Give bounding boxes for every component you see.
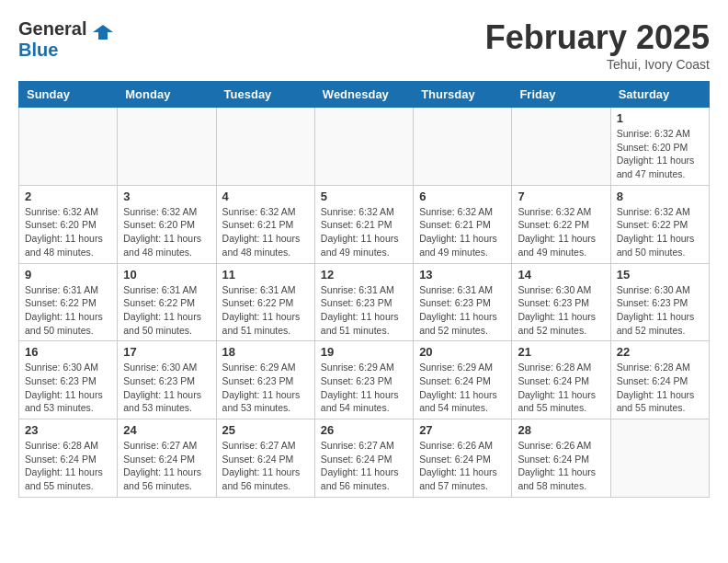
day-info: Sunrise: 6:31 AM Sunset: 6:22 PM Dayligh… (25, 283, 111, 338)
title-section: February 2025 Tehui, Ivory Coast (485, 18, 710, 72)
day-number: 13 (419, 268, 506, 282)
day-number: 5 (321, 190, 407, 203)
day-number: 27 (419, 423, 506, 437)
calendar-header-saturday: Saturday (610, 82, 709, 108)
day-number: 15 (617, 268, 703, 282)
day-number: 7 (518, 190, 604, 203)
calendar-cell: 9Sunrise: 6:31 AM Sunset: 6:22 PM Daylig… (19, 263, 118, 341)
day-number: 12 (321, 268, 407, 282)
logo-general: General (18, 18, 86, 39)
day-number: 17 (123, 345, 210, 359)
day-number: 23 (25, 423, 111, 437)
calendar-cell: 1Sunrise: 6:32 AM Sunset: 6:20 PM Daylig… (610, 108, 709, 186)
day-info: Sunrise: 6:27 AM Sunset: 6:24 PM Dayligh… (123, 439, 210, 493)
day-info: Sunrise: 6:31 AM Sunset: 6:22 PM Dayligh… (123, 283, 210, 338)
month-title: February 2025 (485, 18, 710, 57)
day-info: Sunrise: 6:30 AM Sunset: 6:23 PM Dayligh… (25, 361, 111, 415)
calendar-cell: 17Sunrise: 6:30 AM Sunset: 6:23 PM Dayli… (118, 341, 216, 419)
day-info: Sunrise: 6:32 AM Sunset: 6:21 PM Dayligh… (419, 205, 506, 259)
calendar-header-monday: Monday (118, 82, 216, 108)
calendar-cell: 21Sunrise: 6:28 AM Sunset: 6:24 PM Dayli… (512, 341, 610, 419)
day-info: Sunrise: 6:30 AM Sunset: 6:23 PM Dayligh… (518, 283, 604, 338)
calendar-week-row-2: 2Sunrise: 6:32 AM Sunset: 6:20 PM Daylig… (19, 185, 710, 263)
calendar-header-wednesday: Wednesday (314, 82, 413, 108)
day-number: 2 (25, 190, 111, 203)
calendar-cell: 18Sunrise: 6:29 AM Sunset: 6:23 PM Dayli… (216, 341, 314, 419)
day-number: 19 (321, 345, 407, 359)
day-number: 22 (617, 345, 703, 359)
calendar-cell: 7Sunrise: 6:32 AM Sunset: 6:22 PM Daylig… (512, 185, 610, 263)
calendar-cell: 12Sunrise: 6:31 AM Sunset: 6:23 PM Dayli… (314, 263, 413, 341)
day-number: 6 (419, 190, 506, 203)
page-header: General Blue February 2025 Tehui, Ivory … (18, 18, 710, 72)
day-info: Sunrise: 6:32 AM Sunset: 6:20 PM Dayligh… (617, 127, 703, 181)
calendar-header-row: SundayMondayTuesdayWednesdayThursdayFrid… (19, 82, 710, 108)
calendar-header-thursday: Thursday (414, 82, 512, 108)
calendar-cell (610, 419, 709, 498)
calendar-cell: 10Sunrise: 6:31 AM Sunset: 6:22 PM Dayli… (118, 263, 216, 341)
day-number: 11 (222, 268, 309, 282)
day-info: Sunrise: 6:31 AM Sunset: 6:22 PM Dayligh… (222, 283, 309, 338)
day-info: Sunrise: 6:32 AM Sunset: 6:22 PM Dayligh… (617, 205, 703, 259)
calendar-cell (512, 108, 610, 186)
day-info: Sunrise: 6:31 AM Sunset: 6:23 PM Dayligh… (321, 283, 407, 338)
day-number: 28 (518, 423, 604, 437)
day-number: 8 (617, 190, 703, 203)
day-info: Sunrise: 6:27 AM Sunset: 6:24 PM Dayligh… (321, 439, 407, 493)
calendar-cell: 8Sunrise: 6:32 AM Sunset: 6:22 PM Daylig… (610, 185, 709, 263)
calendar-cell: 6Sunrise: 6:32 AM Sunset: 6:21 PM Daylig… (414, 185, 512, 263)
day-info: Sunrise: 6:29 AM Sunset: 6:23 PM Dayligh… (321, 361, 407, 415)
calendar-cell: 2Sunrise: 6:32 AM Sunset: 6:20 PM Daylig… (19, 185, 118, 263)
calendar-header-sunday: Sunday (19, 82, 118, 108)
calendar-cell (314, 108, 413, 186)
day-info: Sunrise: 6:30 AM Sunset: 6:23 PM Dayligh… (617, 283, 703, 338)
calendar-cell: 16Sunrise: 6:30 AM Sunset: 6:23 PM Dayli… (19, 341, 118, 419)
calendar-cell: 23Sunrise: 6:28 AM Sunset: 6:24 PM Dayli… (19, 419, 118, 498)
calendar-week-row-4: 16Sunrise: 6:30 AM Sunset: 6:23 PM Dayli… (19, 341, 710, 419)
calendar-header-tuesday: Tuesday (216, 82, 314, 108)
day-info: Sunrise: 6:28 AM Sunset: 6:24 PM Dayligh… (25, 439, 111, 493)
day-number: 24 (123, 423, 210, 437)
calendar-cell (414, 108, 512, 186)
calendar-cell: 22Sunrise: 6:28 AM Sunset: 6:24 PM Dayli… (610, 341, 709, 419)
day-info: Sunrise: 6:32 AM Sunset: 6:20 PM Dayligh… (123, 205, 210, 259)
day-info: Sunrise: 6:30 AM Sunset: 6:23 PM Dayligh… (123, 361, 210, 415)
calendar-cell: 26Sunrise: 6:27 AM Sunset: 6:24 PM Dayli… (314, 419, 413, 498)
day-info: Sunrise: 6:26 AM Sunset: 6:24 PM Dayligh… (518, 439, 604, 493)
day-info: Sunrise: 6:27 AM Sunset: 6:24 PM Dayligh… (222, 439, 309, 493)
calendar-cell: 5Sunrise: 6:32 AM Sunset: 6:21 PM Daylig… (314, 185, 413, 263)
day-number: 21 (518, 345, 604, 359)
day-info: Sunrise: 6:28 AM Sunset: 6:24 PM Dayligh… (617, 361, 703, 415)
logo-bird-icon (93, 23, 113, 40)
svg-marker-0 (93, 25, 113, 40)
calendar-cell: 3Sunrise: 6:32 AM Sunset: 6:20 PM Daylig… (118, 185, 216, 263)
calendar-cell: 27Sunrise: 6:26 AM Sunset: 6:24 PM Dayli… (414, 419, 512, 498)
calendar-cell: 15Sunrise: 6:30 AM Sunset: 6:23 PM Dayli… (610, 263, 709, 341)
day-info: Sunrise: 6:31 AM Sunset: 6:23 PM Dayligh… (419, 283, 506, 338)
calendar-week-row-3: 9Sunrise: 6:31 AM Sunset: 6:22 PM Daylig… (19, 263, 710, 341)
calendar-cell: 25Sunrise: 6:27 AM Sunset: 6:24 PM Dayli… (216, 419, 314, 498)
day-info: Sunrise: 6:26 AM Sunset: 6:24 PM Dayligh… (419, 439, 506, 493)
calendar-cell: 14Sunrise: 6:30 AM Sunset: 6:23 PM Dayli… (512, 263, 610, 341)
calendar-cell: 28Sunrise: 6:26 AM Sunset: 6:24 PM Dayli… (512, 419, 610, 498)
day-info: Sunrise: 6:32 AM Sunset: 6:21 PM Dayligh… (321, 205, 407, 259)
calendar-week-row-5: 23Sunrise: 6:28 AM Sunset: 6:24 PM Dayli… (19, 419, 710, 498)
day-info: Sunrise: 6:29 AM Sunset: 6:23 PM Dayligh… (222, 361, 309, 415)
calendar-cell: 4Sunrise: 6:32 AM Sunset: 6:21 PM Daylig… (216, 185, 314, 263)
day-number: 16 (25, 345, 111, 359)
location-subtitle: Tehui, Ivory Coast (485, 57, 710, 72)
day-number: 3 (123, 190, 210, 203)
day-number: 18 (222, 345, 309, 359)
day-number: 9 (25, 268, 111, 282)
day-number: 25 (222, 423, 309, 437)
day-number: 4 (222, 190, 309, 203)
day-info: Sunrise: 6:32 AM Sunset: 6:21 PM Dayligh… (222, 205, 309, 259)
calendar-cell (19, 108, 118, 186)
day-info: Sunrise: 6:32 AM Sunset: 6:20 PM Dayligh… (25, 205, 111, 259)
day-number: 10 (123, 268, 210, 282)
calendar-week-row-1: 1Sunrise: 6:32 AM Sunset: 6:20 PM Daylig… (19, 108, 710, 186)
calendar-cell (118, 108, 216, 186)
day-number: 20 (419, 345, 506, 359)
calendar-cell: 24Sunrise: 6:27 AM Sunset: 6:24 PM Dayli… (118, 419, 216, 498)
day-info: Sunrise: 6:32 AM Sunset: 6:22 PM Dayligh… (518, 205, 604, 259)
